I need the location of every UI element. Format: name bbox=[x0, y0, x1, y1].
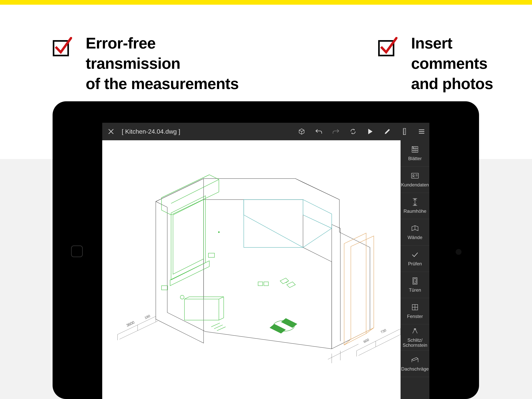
panel-customer-data[interactable]: Kundendaten bbox=[400, 167, 429, 193]
panel-chimney[interactable]: Schlitz/Schornstein bbox=[400, 324, 429, 351]
svg-text:180: 180 bbox=[144, 314, 151, 320]
feature-list: Error-free transmission of the measureme… bbox=[53, 33, 532, 94]
feature-line1: Insert comments bbox=[411, 34, 488, 72]
grid-icon bbox=[411, 146, 419, 153]
panel-windows[interactable]: Fenster bbox=[400, 298, 429, 324]
svg-rect-4 bbox=[161, 286, 167, 290]
tablet-device: [ Kitchen-24.04.dwg ] bbox=[53, 101, 479, 399]
app-top-bar: [ Kitchen-24.04.dwg ] bbox=[102, 123, 429, 140]
edit-button[interactable] bbox=[383, 128, 391, 135]
svg-point-6 bbox=[180, 295, 184, 299]
svg-rect-3 bbox=[184, 299, 219, 320]
svg-rect-5 bbox=[208, 253, 214, 257]
height-icon bbox=[411, 198, 419, 206]
panel-walls[interactable]: Wände bbox=[400, 219, 429, 245]
play-button[interactable] bbox=[366, 128, 374, 135]
feature-line2: and photos bbox=[411, 75, 493, 92]
checkmark-icon bbox=[53, 37, 72, 57]
panel-roof-slope[interactable]: Dachschräge bbox=[400, 351, 429, 377]
panel-sheets[interactable]: Blätter bbox=[400, 140, 429, 167]
panel-label: Türen bbox=[409, 288, 421, 293]
panel-label: Prüfen bbox=[408, 261, 422, 266]
menu-icon bbox=[418, 129, 425, 134]
feature-line2: of the measurements bbox=[86, 75, 239, 92]
panel-label: Schlitz/Schornstein bbox=[403, 338, 427, 348]
undo-icon bbox=[315, 129, 322, 135]
close-button[interactable] bbox=[106, 127, 116, 136]
svg-text:600: 600 bbox=[363, 338, 370, 344]
redo-button[interactable] bbox=[332, 128, 340, 135]
panel-label: Fenster bbox=[407, 314, 423, 319]
cube-3d-icon bbox=[298, 128, 305, 135]
filename-label: [ Kitchen-24.04.dwg ] bbox=[122, 128, 180, 135]
drawing-canvas[interactable]: 3600 180 730 600 bbox=[102, 140, 400, 399]
svg-point-20 bbox=[415, 281, 416, 282]
panel-room-height[interactable]: Raumhöhe bbox=[400, 193, 429, 219]
roof-icon bbox=[411, 356, 419, 364]
toolbar bbox=[298, 128, 425, 135]
home-button[interactable] bbox=[71, 245, 83, 257]
panel-label: Kundendaten bbox=[401, 182, 429, 187]
app-body: 3600 180 730 600 bbox=[102, 140, 429, 399]
check-icon bbox=[411, 251, 419, 258]
cad-drawing: 3600 180 730 600 bbox=[102, 140, 400, 378]
svg-rect-8 bbox=[258, 282, 263, 286]
redo-icon bbox=[332, 129, 339, 135]
svg-rect-9 bbox=[264, 282, 269, 286]
card-icon bbox=[411, 172, 419, 180]
close-icon bbox=[108, 129, 114, 135]
view-3d-button[interactable] bbox=[298, 128, 305, 135]
wall-icon bbox=[411, 225, 419, 232]
chimney-icon bbox=[411, 327, 419, 335]
feature-text: Error-free transmission of the measureme… bbox=[86, 33, 253, 94]
feature-item: Error-free transmission of the measureme… bbox=[53, 33, 253, 94]
measure-button[interactable] bbox=[400, 128, 408, 135]
ruler-icon bbox=[403, 128, 406, 135]
menu-button[interactable] bbox=[418, 128, 425, 135]
panel-label: Wände bbox=[408, 235, 422, 240]
edit-icon bbox=[384, 129, 390, 135]
sync-button[interactable] bbox=[349, 128, 357, 135]
top-banner bbox=[0, 0, 532, 5]
panel-label: Dachschräge bbox=[401, 367, 429, 372]
sync-icon bbox=[350, 128, 356, 135]
side-sensor bbox=[456, 249, 462, 255]
svg-text:730: 730 bbox=[380, 328, 387, 334]
undo-button[interactable] bbox=[315, 128, 323, 135]
app-screen: [ Kitchen-24.04.dwg ] bbox=[102, 123, 429, 399]
svg-point-7 bbox=[218, 231, 220, 233]
panel-label: Blätter bbox=[408, 156, 422, 161]
svg-text:3600: 3600 bbox=[126, 320, 135, 328]
door-icon bbox=[411, 277, 419, 285]
feature-line1: Error-free transmission bbox=[86, 34, 180, 72]
play-icon bbox=[367, 129, 373, 135]
svg-rect-19 bbox=[414, 279, 416, 283]
svg-point-17 bbox=[413, 174, 414, 176]
side-panel: Blätter Kundendaten Raumhöhe bbox=[400, 140, 429, 399]
feature-text: Insert comments and photos bbox=[411, 33, 532, 94]
window-icon bbox=[411, 303, 419, 311]
checkmark-icon bbox=[378, 37, 398, 57]
feature-item: Insert comments and photos bbox=[378, 33, 532, 94]
panel-doors[interactable]: Türen bbox=[400, 272, 429, 298]
panel-label: Raumhöhe bbox=[404, 209, 426, 214]
panel-check[interactable]: Prüfen bbox=[400, 245, 429, 272]
